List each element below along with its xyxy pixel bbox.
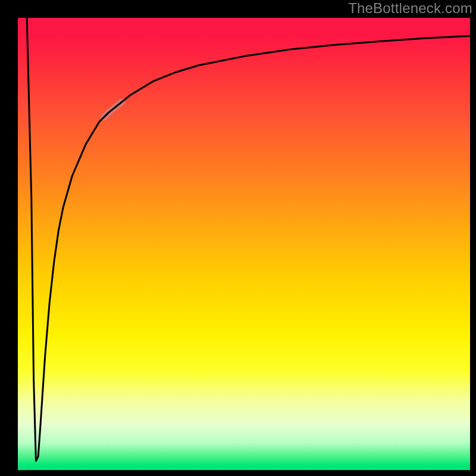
frame-bottom bbox=[0, 470, 476, 476]
frame-right bbox=[470, 0, 476, 476]
watermark-text: TheBottleneck.com bbox=[348, 0, 472, 17]
bottleneck-curve-line bbox=[27, 18, 470, 461]
chart-plot-area bbox=[18, 18, 470, 470]
chart-svg bbox=[18, 18, 470, 470]
frame-left bbox=[0, 0, 18, 476]
